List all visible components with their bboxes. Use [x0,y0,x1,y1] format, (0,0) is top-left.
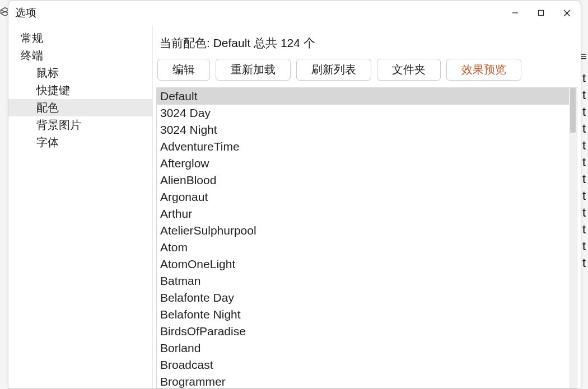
list-item[interactable]: Afterglow [157,155,569,172]
sidebar-item[interactable]: 快捷键 [8,82,152,99]
list-item[interactable]: Brogrammer [157,373,569,388]
sidebar-item[interactable]: 配色 [8,99,152,116]
svg-rect-4 [539,11,544,16]
scheme-list[interactable]: Default3024 Day3024 NightAdventureTimeAf… [157,88,569,388]
minimize-button[interactable] [502,1,528,25]
list-item[interactable]: AdventureTime [157,138,569,155]
list-item[interactable]: AlienBlood [157,172,569,189]
refresh-list-button[interactable]: 刷新列表 [296,59,371,81]
list-item[interactable]: Broadcast [157,357,569,373]
scheme-list-box: Default3024 Day3024 NightAdventureTimeAf… [156,87,577,388]
sidebar-item[interactable]: 常规 [8,30,152,47]
client-area: 常规终端鼠标快捷键配色背景图片字体 当前配色: Default 总共 124 个… [8,25,581,388]
sidebar-item[interactable]: 鼠标 [8,64,152,82]
maximize-button[interactable] [528,1,554,25]
scrollbar-thumb[interactable] [570,88,576,133]
sidebar-tree: 常规终端鼠标快捷键配色背景图片字体 [8,30,152,151]
list-item[interactable]: AtomOneLight [157,256,569,273]
toolbar: 编辑 重新加载 刷新列表 文件夹 效果预览 [156,59,577,81]
list-item[interactable]: Atom [157,239,569,256]
sidebar-item[interactable]: 字体 [8,134,152,151]
status-scheme-name: Default [213,36,251,49]
window-title: 选项 [15,6,36,20]
status-label-current: 当前配色: [160,36,210,49]
list-item[interactable]: Batman [157,273,569,289]
scrollbar-vertical[interactable] [569,88,577,388]
list-item[interactable]: Arthur [157,205,569,222]
status-line: 当前配色: Default 总共 124 个 [156,35,577,51]
status-label-total-prefix: 总共 [254,36,277,49]
edit-button[interactable]: 编辑 [157,59,210,81]
background-text-stub: tttttttttttt [582,70,586,271]
sidebar-item[interactable]: 背景图片 [8,116,152,134]
list-item[interactable]: 3024 Night [157,121,569,138]
list-item[interactable]: BirdsOfParadise [157,323,569,340]
list-item[interactable]: Borland [157,340,569,357]
list-item[interactable]: Belafonte Night [157,306,569,323]
titlebar: 选项 [8,1,581,25]
main-panel: 当前配色: Default 总共 124 个 编辑 重新加载 刷新列表 文件夹 … [153,25,581,388]
reload-button[interactable]: 重新加载 [216,59,291,81]
list-item[interactable]: Default [157,88,569,105]
folder-button[interactable]: 文件夹 [377,59,441,81]
sidebar-item[interactable]: 终端 [8,47,152,64]
status-label-total-suffix: 个 [304,36,315,49]
preview-button[interactable]: 效果预览 [446,59,521,81]
list-item[interactable]: AtelierSulphurpool [157,222,569,239]
list-item[interactable]: Argonaut [157,189,569,205]
options-window: 选项 常规终端鼠标快捷键配色背景图片字体 当前配色: Default 总共 12… [8,0,581,389]
list-item[interactable]: Belafonte Day [157,289,569,306]
list-item[interactable]: 3024 Day [157,105,569,121]
close-button[interactable] [554,1,580,25]
sidebar: 常规终端鼠标快捷键配色背景图片字体 [8,25,153,388]
status-count: 124 [281,36,300,49]
